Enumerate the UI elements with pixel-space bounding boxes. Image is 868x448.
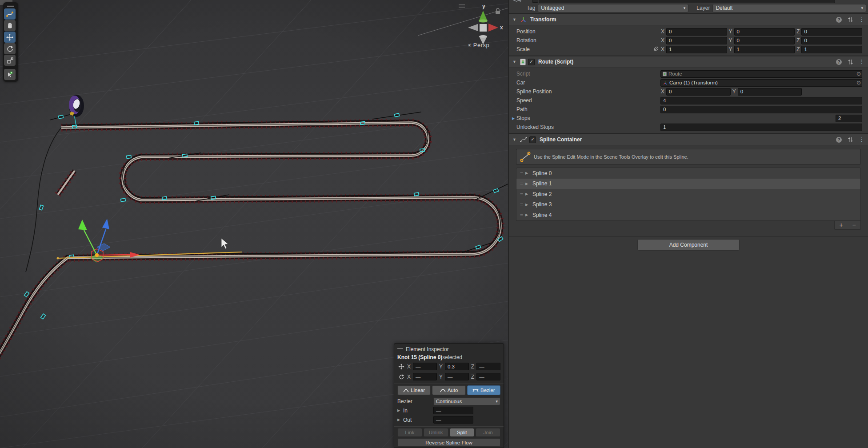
car-object-field[interactable]: Carro (1) (Transform) ⊙	[660, 79, 862, 87]
link-button[interactable]: Link	[397, 428, 422, 437]
tools-overlay[interactable]	[3, 2, 18, 82]
element-inspector-panel[interactable]: Element Inspector Knot 15 (Spline 0) sel…	[394, 343, 504, 448]
foldout-icon[interactable]: ▶	[525, 203, 530, 207]
gizmo-x-axis[interactable]	[99, 255, 130, 255]
foldout-icon[interactable]: ▼	[512, 137, 518, 142]
foldout-icon[interactable]: ▶	[525, 171, 530, 175]
menu-icon[interactable]: ⋮	[859, 136, 864, 143]
script-object-field[interactable]: # Route ⊙	[660, 70, 862, 78]
scene-view[interactable]: y x ≤ Persp	[0, 0, 508, 448]
unlocked-stops-field[interactable]: 1	[660, 124, 862, 131]
bezier-mode-dropdown[interactable]: Continuous ▾	[433, 397, 500, 405]
selected-knot[interactable]	[95, 253, 99, 257]
enabled-checkbox[interactable]: ✓	[528, 59, 535, 65]
knot-rot-z-field[interactable]: —	[476, 373, 500, 380]
spline-position-y-field[interactable]: 0	[738, 88, 802, 96]
presets-icon[interactable]	[848, 17, 853, 23]
help-icon[interactable]: ?	[836, 59, 842, 65]
rotation-z-field[interactable]: 0	[801, 37, 862, 44]
tag-dropdown[interactable]: Untagged ▾	[538, 4, 688, 12]
bezier-mode-button[interactable]: Bezier	[467, 385, 500, 395]
split-button[interactable]: Split	[450, 428, 475, 437]
layer-dropdown[interactable]: Default ▾	[712, 4, 866, 12]
drag-handle-icon[interactable]: =	[520, 170, 523, 176]
drag-handle-icon[interactable]: =	[520, 212, 523, 218]
pan-tool-button[interactable]	[4, 20, 16, 31]
join-button[interactable]: Join	[476, 428, 500, 437]
cart-sprite[interactable]	[69, 95, 84, 117]
knot-rot-y-field[interactable]: —	[445, 373, 469, 380]
foldout-icon[interactable]: ▶	[525, 213, 530, 217]
spline-container-header[interactable]: ▼ ✓ Spline Container ? ⋮	[509, 134, 868, 145]
menu-icon[interactable]: ⋮	[859, 59, 864, 65]
spline-list-item[interactable]: = ▶ Spline 4	[516, 210, 860, 220]
rotation-y-field[interactable]: 0	[734, 37, 795, 44]
foldout-icon[interactable]: ▶	[397, 418, 402, 422]
foldout-icon[interactable]: ▶	[397, 408, 402, 412]
persp-label[interactable]: ≤ Persp	[468, 42, 504, 48]
spline-edit-tool-button[interactable]	[4, 8, 16, 20]
foldout-icon[interactable]: ▶	[525, 182, 530, 186]
position-x-field[interactable]: 0	[666, 28, 727, 36]
rotation-x-field[interactable]: 0	[666, 37, 727, 44]
element-inspector-header[interactable]: Element Inspector	[397, 345, 500, 353]
knot-rot-x-field[interactable]: —	[413, 373, 437, 380]
spline-list-item-selected[interactable]: = ▶ Spline 1	[516, 179, 860, 189]
name-field-fragment[interactable]	[539, 0, 835, 3]
spline-position-x-field[interactable]: 0	[666, 88, 731, 96]
linear-mode-button[interactable]: Linear	[397, 385, 431, 395]
drag-handle-icon[interactable]: =	[520, 191, 523, 197]
drag-handle-icon[interactable]: =	[520, 201, 523, 208]
rotate-tool-button[interactable]	[4, 43, 16, 54]
stops-size-field[interactable]: 2	[836, 115, 862, 122]
inspector-panel: Tag Untagged ▾ Layer Default ▾ ▼ Transfo…	[508, 0, 868, 448]
foldout-icon[interactable]: ▼	[512, 17, 518, 22]
scale-tool-button[interactable]	[4, 55, 16, 66]
knot-pos-x-field[interactable]: —	[413, 363, 437, 370]
foldout-icon[interactable]: ▶	[525, 192, 530, 196]
menu-icon[interactable]: ⋮	[859, 16, 864, 23]
gizmo-cube[interactable]	[480, 24, 487, 32]
help-icon[interactable]: ?	[836, 137, 842, 143]
path-field[interactable]: 0	[660, 106, 862, 113]
panel-drag-handle[interactable]	[397, 348, 403, 350]
spline-list-item[interactable]: = ▶ Spline 3	[516, 200, 860, 210]
custom-tools-button[interactable]	[4, 69, 16, 80]
active-checkbox-fragment[interactable]	[532, 0, 538, 3]
knot-pos-y-field[interactable]: 0.3	[445, 363, 469, 370]
reverse-spline-flow-button[interactable]: Reverse Spline Flow	[397, 438, 500, 447]
position-y-field[interactable]: 0	[734, 28, 795, 36]
transform-header[interactable]: ▼ Transform ? ⋮	[509, 14, 868, 25]
spline-list-item[interactable]: = ▶ Spline 0	[516, 168, 860, 179]
remove-spline-button[interactable]: −	[852, 221, 856, 228]
knot-pos-z-field[interactable]: —	[476, 363, 500, 370]
spline-help-text: Use the Spline Edit Mode in the Scene To…	[534, 154, 688, 160]
bezier-mode-row: Bezier Continuous ▾	[397, 396, 500, 406]
constrain-proportions-icon[interactable]	[653, 46, 660, 53]
add-component-button[interactable]: Add Component	[637, 239, 740, 251]
drag-handle-icon[interactable]: =	[520, 180, 523, 187]
scale-z-field[interactable]: 1	[801, 46, 862, 53]
spline-list-item[interactable]: = ▶ Spline 2	[516, 189, 860, 200]
tangent-in-field[interactable]: —	[433, 407, 473, 414]
foldout-icon[interactable]: ▼	[512, 60, 518, 64]
route-script-header[interactable]: ▼ # ✓ Route (Script) ? ⋮	[509, 56, 868, 68]
speed-field[interactable]: 4	[660, 97, 862, 104]
move-tool-button[interactable]	[4, 32, 16, 43]
overlay-drag-handle[interactable]	[7, 4, 14, 7]
enabled-checkbox[interactable]: ✓	[529, 136, 536, 143]
unlink-button[interactable]: Unlink	[424, 428, 448, 437]
scale-y-field[interactable]: 1	[734, 46, 795, 53]
position-z-field[interactable]: 0	[801, 28, 862, 36]
object-picker-icon[interactable]: ⊙	[856, 71, 861, 77]
spline-help-box: Use the Spline Edit Mode in the Scene To…	[516, 149, 861, 165]
add-spline-button[interactable]: +	[839, 221, 843, 228]
scale-x-field[interactable]: 1	[666, 46, 727, 53]
foldout-icon[interactable]: ▶	[512, 116, 516, 120]
auto-mode-button[interactable]: Auto	[432, 385, 465, 395]
help-icon[interactable]: ?	[836, 17, 842, 23]
presets-icon[interactable]	[848, 137, 853, 143]
tangent-out-field[interactable]: —	[433, 416, 473, 424]
presets-icon[interactable]	[848, 59, 853, 65]
object-picker-icon[interactable]: ⊙	[856, 80, 861, 86]
